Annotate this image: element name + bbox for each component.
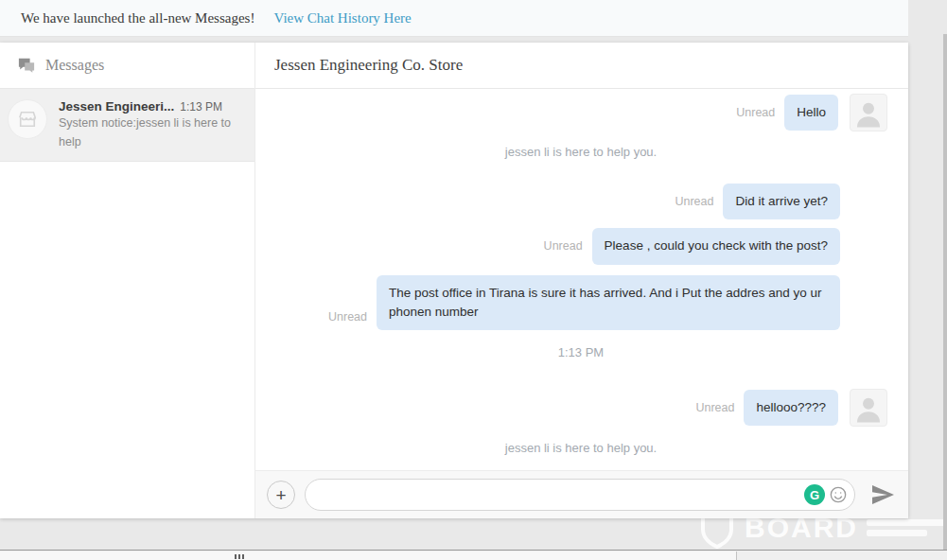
person-icon [852, 96, 885, 129]
sidebar-header: Messages [0, 43, 254, 89]
chat-title: Jessen Engineering Co. Store [274, 56, 463, 75]
send-button[interactable] [870, 484, 895, 505]
messages-window: Messages Jessen Engineeri... 1:13 PM Sys… [0, 43, 908, 518]
conversation-preview: System notice:jessen li is here to help [59, 116, 231, 149]
message-input-wrap[interactable]: G [305, 479, 855, 511]
unread-label: Unread [695, 401, 734, 414]
emoji-icon[interactable] [829, 485, 848, 504]
view-chat-history-link[interactable]: View Chat History Here [273, 10, 411, 26]
message-bubble: The post office in Tirana is sure it has… [377, 275, 840, 331]
sidebar: Messages Jessen Engineeri... 1:13 PM Sys… [0, 43, 255, 518]
horizontal-scrollbar[interactable] [0, 550, 947, 560]
sidebar-title: Messages [45, 57, 104, 74]
conversation-list-item[interactable]: Jessen Engineeri... 1:13 PM System notic… [0, 89, 254, 162]
chat-panel: Jessen Engineering Co. Store Unread Hell… [255, 43, 908, 518]
chat-message-list[interactable]: Unread Hello jessen li is here to help y… [255, 89, 908, 470]
message-row: Unread Hello [274, 94, 887, 131]
vertical-scrollbar[interactable] [943, 34, 947, 560]
message-row: Unread Did it arrive yet? [274, 184, 887, 219]
system-message: jessen li is here to help you. [274, 145, 887, 159]
scrollbar-grip-icon [235, 554, 244, 559]
message-bubble: Hello [784, 95, 838, 131]
system-message: jessen li is here to help you. [274, 441, 887, 455]
storefront-icon [17, 110, 38, 129]
message-row: Unread Please , could you check with the… [274, 228, 887, 264]
unread-label: Unread [675, 195, 713, 208]
send-icon [870, 484, 895, 505]
timestamp: 1:13 PM [274, 345, 887, 359]
message-row: Unread hellooo???? [274, 389, 887, 427]
store-avatar [8, 99, 47, 139]
unread-label: Unread [328, 310, 367, 324]
conversation-name: Jessen Engineeri... [59, 99, 174, 114]
grammarly-icon[interactable]: G [804, 484, 825, 505]
message-bubble: hellooo???? [744, 390, 838, 426]
scrollbar-thumb[interactable] [0, 551, 737, 560]
composer-bar: + G [255, 470, 908, 518]
conversation-info: Jessen Engineeri... 1:13 PM System notic… [59, 99, 245, 150]
message-input[interactable] [319, 487, 804, 503]
watermark-smalltext [867, 519, 947, 536]
banner-text: We have launched the all-new Messages! [21, 10, 254, 26]
message-bubble: Did it arrive yet? [723, 184, 840, 219]
messages-icon [17, 57, 36, 74]
user-avatar [850, 389, 887, 427]
announcement-banner: We have launched the all-new Messages! V… [0, 0, 908, 37]
add-attachment-button[interactable]: + [267, 481, 295, 509]
message-row: Unread The post office in Tirana is sure… [274, 275, 887, 331]
unread-label: Unread [736, 106, 775, 119]
user-avatar [850, 94, 887, 131]
conversation-time: 1:13 PM [180, 100, 222, 114]
person-icon [852, 392, 885, 424]
message-bubble: Please , could you check with the post? [592, 228, 840, 264]
chat-header: Jessen Engineering Co. Store [255, 43, 908, 89]
unread-label: Unread [544, 239, 583, 253]
